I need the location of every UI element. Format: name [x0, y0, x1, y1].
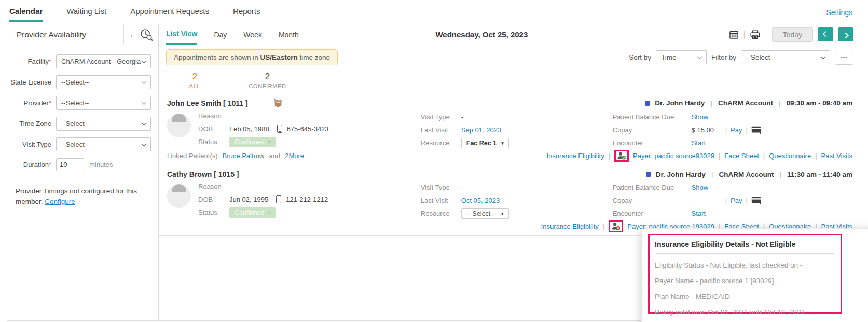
tab-day[interactable]: Day	[214, 24, 227, 45]
chevron-down-icon: ▾	[268, 139, 271, 145]
mobile-phone-icon	[277, 125, 282, 133]
filter-by-label: Filter by	[711, 53, 736, 61]
provider-timings-notice: Provider Timings not configured for this…	[7, 178, 158, 207]
balance-show-link[interactable]: Show	[692, 184, 709, 191]
status-dropdown[interactable]: Confirmed▾	[229, 137, 276, 147]
tab-month[interactable]: Month	[279, 24, 299, 45]
payer-link[interactable]: Payer: pacific source93029	[633, 152, 714, 160]
balance-label: Patient Balance Due	[613, 184, 692, 191]
patient-name[interactable]: John Lee Smith [ 1011 ]	[167, 99, 248, 107]
duration-input[interactable]	[56, 158, 84, 171]
state-license-select[interactable]: --Select--	[56, 75, 151, 89]
insurance-eligibility-popup: × Insurance Eligibility Details - Not El…	[641, 228, 868, 322]
payer-name-line: Payer Name - pacific source 1 [93029]	[655, 277, 834, 285]
person-x-icon[interactable]	[611, 222, 621, 230]
last-visit-link[interactable]: Oct 05, 2023	[461, 197, 500, 204]
eligibility-status-highlight[interactable]	[614, 150, 629, 162]
last-visit-label: Last Visit	[421, 197, 461, 204]
list-toolbar: Appointments are shown in US/Eastern tim…	[159, 45, 861, 69]
timezone-value: US/Eastern	[260, 53, 298, 61]
sort-filter-controls: Sort by Time Filter by --Select-- •••	[629, 50, 853, 65]
insurance-eligibility-link[interactable]: Insurance Eligibility	[541, 222, 599, 230]
status-counter-tabs: 2 ALL 2 CONFIRMED	[159, 69, 861, 93]
reason-label: Reason	[198, 183, 229, 190]
encounter-start-link[interactable]: Start	[692, 209, 706, 217]
counter-all[interactable]: 2 ALL	[159, 69, 231, 93]
copay-amount: -	[692, 197, 722, 204]
calendar-main: List View Day Week Month Wednesday, Oct …	[159, 24, 861, 320]
visit-type-select[interactable]: --Select--	[56, 137, 151, 151]
content-panel: Provider Availability ← Facili	[7, 24, 861, 321]
resource-select[interactable]: -- Select --▾	[461, 208, 509, 219]
tab-week[interactable]: Week	[243, 24, 262, 45]
questionnaire-link[interactable]: Questionnaire	[769, 152, 811, 160]
nav-tab-reports[interactable]: Reports	[233, 7, 260, 22]
face-sheet-link[interactable]: Face Sheet	[724, 152, 759, 160]
appointment-facility: ChARM Account	[718, 99, 773, 107]
chevron-left-icon	[822, 31, 828, 36]
eligibility-status-highlight[interactable]	[609, 220, 623, 232]
package-icon[interactable]	[273, 98, 283, 108]
copay-label: Copay	[613, 126, 692, 134]
balance-show-link[interactable]: Show	[692, 113, 709, 121]
sidebar-header: Provider Availability ←	[7, 24, 158, 45]
past-visits-link[interactable]: Past Visits	[821, 152, 852, 160]
provider-select[interactable]: --Select--	[56, 96, 151, 110]
patient-name[interactable]: Cathy Brown [ 1015 ]	[167, 170, 239, 178]
chevron-down-icon	[142, 100, 147, 105]
tab-list-view[interactable]: List View	[166, 24, 197, 45]
configure-link[interactable]: Configure	[45, 198, 75, 205]
provider-color-square	[646, 172, 651, 177]
visit-type-row-label: Visit Type	[421, 184, 461, 191]
dob-value: Jun 02, 1995	[229, 195, 268, 203]
alert-warning-icon[interactable]: !	[255, 99, 266, 107]
last-visit-link[interactable]: Sep 01, 2023	[461, 126, 501, 134]
appointment-row: John Lee Smith [ 1011 ] !	[159, 93, 861, 165]
time-zone-select[interactable]: --Select--	[56, 117, 151, 131]
availability-form: Facility* ChARM Account - Georgia State …	[7, 45, 158, 171]
resource-label: Resource	[421, 139, 461, 147]
date-picker-icon[interactable]	[729, 30, 738, 39]
sort-by-label: Sort by	[629, 53, 651, 61]
balance-label: Patient Balance Due	[613, 113, 692, 121]
reason-label: Reason	[198, 112, 229, 120]
policy-valid-line: Policy valid from Oct 01, 2021 until Oct…	[655, 308, 834, 316]
card-payment-icon[interactable]	[751, 126, 762, 134]
chevron-down-icon: ▾	[501, 141, 504, 146]
sort-by-select[interactable]: Time	[656, 50, 707, 64]
pay-link[interactable]: Pay	[731, 126, 742, 134]
nav-tab-calendar[interactable]: Calendar	[9, 7, 43, 22]
status-dropdown[interactable]: Confirmed▾	[229, 207, 276, 218]
nav-tab-waiting-list[interactable]: Waiting List	[66, 7, 106, 22]
card-payment-icon[interactable]	[751, 197, 762, 205]
last-visit-label: Last Visit	[421, 126, 461, 134]
visit-type-value: -	[461, 184, 463, 191]
appointment-time: 09:30 am - 09:40 am	[786, 99, 852, 107]
linked-more-link[interactable]: 2More	[285, 152, 304, 160]
insurance-eligibility-link[interactable]: Insurance Eligibility	[546, 152, 604, 160]
header-controls: | Today	[729, 27, 853, 42]
appointment-facility: ChARM Account	[719, 171, 774, 178]
view-tabs: List View Day Week Month	[166, 24, 299, 45]
previous-day-button[interactable]	[818, 27, 833, 41]
resource-select[interactable]: Fac Rec 1▾	[461, 138, 509, 148]
today-button[interactable]: Today	[772, 27, 813, 42]
more-options-button[interactable]: •••	[835, 50, 853, 65]
current-date: Wednesday, Oct 25, 2023	[435, 30, 528, 39]
person-check-icon[interactable]	[617, 152, 626, 160]
provider-label: Provider*	[7, 99, 56, 107]
visit-type-label: Visit Type	[7, 141, 56, 149]
filter-by-select[interactable]: --Select--	[741, 50, 830, 64]
facility-select[interactable]: ChARM Account - Georgia	[56, 54, 151, 68]
clock-search-icon[interactable]	[139, 29, 153, 41]
counter-confirmed[interactable]: 2 CONFIRMED	[231, 69, 304, 93]
pay-link[interactable]: Pay	[731, 197, 742, 204]
nav-tab-appointment-requests[interactable]: Appointment Requests	[130, 7, 209, 22]
availability-search-control[interactable]: ←	[123, 24, 158, 45]
linked-patient-link[interactable]: Bruce Paltrow	[223, 152, 265, 160]
collapse-arrow-icon[interactable]: ←	[129, 30, 137, 39]
encounter-start-link[interactable]: Start	[692, 139, 706, 147]
print-icon[interactable]	[750, 30, 760, 39]
next-day-button[interactable]	[838, 27, 853, 41]
settings-link[interactable]: Settings	[826, 8, 852, 17]
